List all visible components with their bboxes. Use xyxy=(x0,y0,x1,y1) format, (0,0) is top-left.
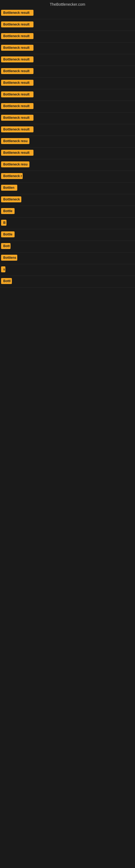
bar-area-17 xyxy=(17,209,134,214)
bar-area-12 xyxy=(36,151,134,156)
bottleneck-badge-23[interactable]: Bottl xyxy=(1,278,12,284)
site-header: TheBottlenecker.com xyxy=(0,0,135,8)
result-row: s xyxy=(0,264,135,276)
badge-wrap: Bottleneck result xyxy=(1,22,34,29)
badge-wrap: Bottlen xyxy=(1,185,17,192)
bottleneck-badge-11[interactable]: Bottleneck resu xyxy=(1,138,30,144)
badge-wrap: Bottle xyxy=(1,231,14,239)
result-row: Bottle xyxy=(0,229,135,241)
bar-area-2 xyxy=(36,34,134,39)
bar-area-14 xyxy=(25,174,134,179)
badge-wrap: Bottleneck result xyxy=(1,80,34,87)
result-row: Bottleneck result xyxy=(0,148,135,159)
bar-area-8 xyxy=(36,104,134,109)
badge-wrap: Bottlens xyxy=(1,255,17,262)
bar-area-7 xyxy=(36,92,134,98)
result-row: Bottleneck result xyxy=(0,113,135,124)
result-row: Bottl xyxy=(0,276,135,287)
badge-wrap: Bottleneck result xyxy=(1,68,34,75)
bar-area-0 xyxy=(36,10,134,16)
badge-wrap: s xyxy=(1,267,5,273)
badge-wrap: Bottl xyxy=(1,278,12,285)
bar-area-11 xyxy=(32,139,134,144)
badge-wrap: Bottleneck resu xyxy=(1,138,30,145)
bar-area-9 xyxy=(36,116,134,121)
result-row: Bottleneck xyxy=(0,194,135,206)
bar-area-22 xyxy=(8,267,134,273)
bar-area-15 xyxy=(19,186,134,191)
badge-wrap: Bottleneck result xyxy=(1,33,34,40)
bottleneck-badge-20[interactable]: Bott xyxy=(1,243,10,249)
result-row: Bottleneck result xyxy=(0,42,135,54)
bottleneck-badge-9[interactable]: Bottleneck result xyxy=(1,115,34,121)
bottleneck-badge-16[interactable]: Bottleneck xyxy=(1,196,21,203)
bottleneck-badge-7[interactable]: Bottleneck result xyxy=(1,91,34,97)
bottleneck-badge-15[interactable]: Bottlen xyxy=(1,185,17,191)
bar-area-19 xyxy=(17,232,134,238)
bar-area-5 xyxy=(36,69,134,74)
badge-wrap: Bottleneck result xyxy=(1,91,34,98)
result-row: Bottleneck result xyxy=(0,19,135,31)
bottleneck-badge-14[interactable]: Bottleneck r xyxy=(1,173,23,179)
badge-wrap: Bottleneck result xyxy=(1,56,34,63)
bottleneck-badge-18[interactable]: B xyxy=(1,220,6,226)
badge-wrap: Bottleneck result xyxy=(1,150,34,157)
bottleneck-badge-0[interactable]: Bottleneck result xyxy=(1,10,34,16)
bar-area-16 xyxy=(24,197,134,203)
site-title: TheBottlenecker.com xyxy=(50,2,85,6)
bar-area-6 xyxy=(36,81,134,86)
result-row: Bottleneck result xyxy=(0,89,135,101)
result-row: Bottlens xyxy=(0,252,135,264)
result-row: Bottleneck result xyxy=(0,66,135,78)
bar-area-3 xyxy=(36,45,134,51)
bottleneck-badge-12[interactable]: Bottleneck result xyxy=(1,150,34,156)
badge-wrap: Bottleneck result xyxy=(1,115,34,122)
badge-wrap: Bottleneck result xyxy=(1,103,34,110)
result-row: Bottle xyxy=(0,206,135,218)
bar-area-13 xyxy=(32,162,134,167)
badge-wrap: Bottleneck resu xyxy=(1,161,30,168)
result-row: Bottleneck resu xyxy=(0,159,135,171)
bottleneck-badge-10[interactable]: Bottleneck result xyxy=(1,126,34,132)
result-row: Bottleneck result xyxy=(0,101,135,113)
bottleneck-badge-6[interactable]: Bottleneck result xyxy=(1,80,34,86)
result-row: Bottleneck result xyxy=(0,78,135,89)
bottleneck-badge-8[interactable]: Bottleneck result xyxy=(1,103,34,109)
bottleneck-badge-5[interactable]: Bottleneck result xyxy=(1,68,34,74)
result-row: Bottleneck result xyxy=(0,124,135,136)
bar-area-23 xyxy=(14,279,134,284)
results-list: Bottleneck resultBottleneck resultBottle… xyxy=(0,8,135,287)
bar-area-20 xyxy=(13,244,134,249)
result-row: Bottlen xyxy=(0,183,135,194)
result-row: Bottleneck result xyxy=(0,8,135,19)
badge-wrap: Bottleneck result xyxy=(1,45,34,52)
bottleneck-badge-4[interactable]: Bottleneck result xyxy=(1,56,34,62)
badge-wrap: Bottleneck xyxy=(1,196,21,204)
badge-wrap: Bottle xyxy=(1,208,14,215)
badge-wrap: Bottleneck r xyxy=(1,173,23,180)
bottleneck-badge-2[interactable]: Bottleneck result xyxy=(1,33,34,39)
result-row: Bottleneck r xyxy=(0,171,135,183)
badge-wrap: Bott xyxy=(1,243,10,250)
result-row: Bott xyxy=(0,241,135,252)
bottleneck-badge-19[interactable]: Bottle xyxy=(1,231,14,237)
badge-wrap: Bottleneck result xyxy=(1,126,34,133)
bottleneck-badge-22[interactable]: s xyxy=(1,267,5,272)
result-row: Bottleneck result xyxy=(0,54,135,66)
bottleneck-badge-13[interactable]: Bottleneck resu xyxy=(1,161,30,167)
badge-wrap: Bottleneck result xyxy=(1,10,34,17)
bottleneck-badge-3[interactable]: Bottleneck result xyxy=(1,45,34,51)
bar-area-4 xyxy=(36,57,134,63)
bar-area-1 xyxy=(36,22,134,28)
bottleneck-badge-21[interactable]: Bottlens xyxy=(1,255,17,261)
result-row: Bottleneck resu xyxy=(0,136,135,148)
bottleneck-badge-1[interactable]: Bottleneck result xyxy=(1,22,34,27)
bar-area-10 xyxy=(36,127,134,133)
bar-area-21 xyxy=(19,255,134,261)
result-row: Bottleneck result xyxy=(0,31,135,42)
result-row: B xyxy=(0,218,135,229)
bar-area-18 xyxy=(9,220,134,226)
bottleneck-badge-17[interactable]: Bottle xyxy=(1,208,14,214)
badge-wrap: B xyxy=(1,220,6,227)
